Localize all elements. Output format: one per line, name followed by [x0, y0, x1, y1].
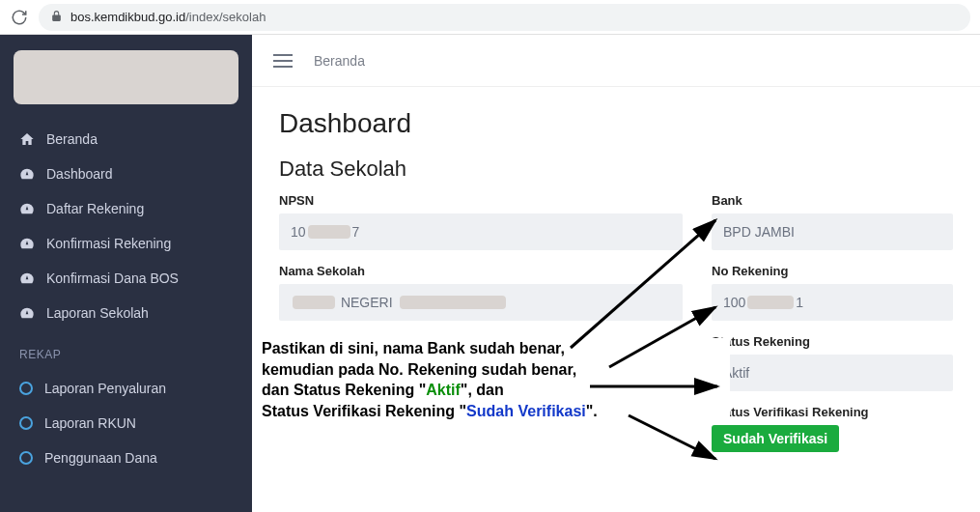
sidebar-item-label: Laporan RKUN	[44, 415, 136, 431]
nama-sekolah-label: Nama Sekolah	[279, 264, 683, 278]
topbar: Beranda	[252, 35, 980, 87]
reload-icon[interactable]	[10, 8, 29, 27]
sidebar-item-laporan-penyaluran[interactable]: Laporan Penyaluran	[0, 371, 252, 406]
redacted	[308, 225, 350, 239]
circle-icon	[19, 382, 33, 395]
circle-icon	[19, 416, 33, 430]
field-nama-sekolah: Nama Sekolah NEGERI	[279, 264, 683, 321]
browser-address-bar: bos.kemdikbud.go.id/index/sekolah	[0, 0, 980, 35]
breadcrumb: Beranda	[314, 53, 365, 69]
nama-sekolah-value: NEGERI	[279, 284, 683, 321]
circle-icon	[19, 451, 33, 465]
sidebar-item-label: Laporan Penyaluran	[44, 381, 166, 396]
sidebar: Beranda Dashboard Daftar Rekening Konfir…	[0, 35, 252, 512]
field-status-rekening: Status Rekening Aktif	[712, 334, 953, 391]
gauge-icon	[19, 166, 35, 182]
field-no-rekening: No Rekening 1001	[712, 264, 953, 321]
redacted	[293, 296, 335, 309]
sidebar-item-konfirmasi-rekening[interactable]: Konfirmasi Rekening	[0, 226, 252, 261]
status-rek-label: Status Rekening	[712, 334, 953, 349]
brand-logo	[14, 50, 238, 104]
url-field[interactable]: bos.kemdikbud.go.id/index/sekolah	[39, 4, 970, 31]
status-ver-label: Status Verifikasi Rekening	[712, 405, 953, 419]
field-bank: Bank BPD JAMBI	[712, 193, 953, 250]
field-status-verifikasi: Status Verifikasi Rekening Sudah Verifik…	[712, 405, 953, 452]
status-rek-value: Aktif	[712, 355, 953, 391]
gauge-icon	[19, 305, 35, 321]
sidebar-section-rekap: REKAP	[0, 330, 252, 371]
sidebar-item-label: Konfirmasi Rekening	[46, 236, 171, 251]
gauge-icon	[19, 201, 35, 216]
sidebar-item-beranda[interactable]: Beranda	[0, 122, 252, 156]
status-ver-badge: Sudah Verifikasi	[712, 425, 839, 452]
sidebar-item-label: Konfirmasi Dana BOS	[46, 270, 179, 286]
lock-icon	[50, 10, 63, 25]
sidebar-item-label: Beranda	[46, 131, 98, 147]
norek-value: 1001	[712, 284, 953, 321]
sidebar-item-penggunaan-dana[interactable]: Penggunaan Dana	[0, 441, 252, 475]
gauge-icon	[19, 270, 35, 286]
home-icon	[19, 131, 35, 147]
redacted	[400, 296, 506, 309]
sidebar-item-laporan-sekolah[interactable]: Laporan Sekolah	[0, 296, 252, 330]
section-title: Data Sekolah	[279, 156, 953, 182]
sidebar-item-label: Daftar Rekening	[46, 201, 144, 216]
bank-label: Bank	[712, 193, 953, 208]
instruction-overlay: Pastikan di sini, nama Bank sudah benar,…	[262, 338, 730, 421]
gauge-icon	[19, 236, 35, 251]
norek-label: No Rekening	[712, 264, 953, 278]
field-npsn: NPSN 107	[279, 193, 683, 250]
npsn-label: NPSN	[279, 193, 683, 208]
sidebar-item-dashboard[interactable]: Dashboard	[0, 156, 252, 191]
sidebar-item-label: Penggunaan Dana	[44, 450, 157, 466]
sidebar-item-label: Laporan Sekolah	[46, 305, 149, 321]
sidebar-item-label: Dashboard	[46, 166, 113, 182]
menu-toggle-icon[interactable]	[273, 54, 293, 68]
url-text: bos.kemdikbud.go.id/index/sekolah	[70, 10, 266, 24]
sidebar-item-daftar-rekening[interactable]: Daftar Rekening	[0, 191, 252, 226]
npsn-value: 107	[279, 213, 683, 250]
redacted	[747, 296, 794, 309]
sidebar-item-laporan-rkun[interactable]: Laporan RKUN	[0, 406, 252, 441]
page-title: Dashboard	[279, 108, 953, 139]
bank-value: BPD JAMBI	[712, 213, 953, 250]
sidebar-item-konfirmasi-dana-bos[interactable]: Konfirmasi Dana BOS	[0, 261, 252, 296]
